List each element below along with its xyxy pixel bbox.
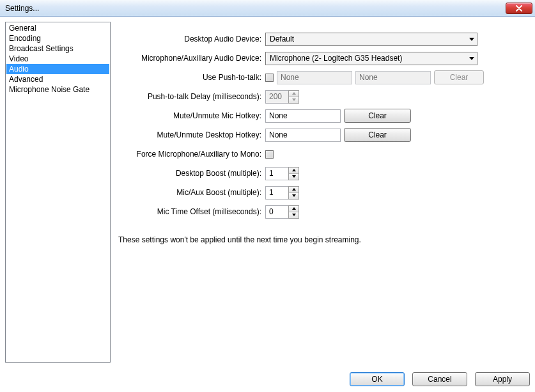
- mic-aux-device-value: Microphone (2- Logitech G35 Headset): [270, 54, 402, 63]
- dialog-footer: OK Cancel Apply: [0, 366, 535, 392]
- triangle-up-icon: [292, 92, 296, 95]
- triangle-up-icon: [292, 188, 296, 191]
- spin-up-button[interactable]: [289, 187, 299, 193]
- ok-button[interactable]: OK: [350, 372, 405, 386]
- ptt-delay-spinbox: 200: [265, 90, 299, 104]
- label-desktop-audio-device: Desktop Audio Device:: [118, 35, 265, 43]
- label-use-ptt: Use Push-to-talk:: [118, 73, 265, 82]
- desktop-boost-spinbox[interactable]: 1: [265, 167, 299, 180]
- chevron-down-icon: [469, 38, 474, 41]
- ptt-clear-button: Clear: [434, 70, 484, 84]
- spin-up-button[interactable]: [289, 206, 299, 212]
- label-ptt-delay: Push-to-talk Delay (milliseconds):: [118, 92, 265, 101]
- mute-mic-clear-button[interactable]: Clear: [344, 109, 411, 123]
- use-ptt-checkbox[interactable]: [265, 74, 274, 82]
- close-icon: [516, 5, 522, 12]
- nav-general[interactable]: General: [6, 23, 109, 33]
- spin-up-button[interactable]: [289, 168, 299, 174]
- label-desktop-boost: Desktop Boost (multiple):: [118, 169, 265, 178]
- apply-button[interactable]: Apply: [475, 372, 530, 386]
- window-title: Settings...: [5, 4, 39, 13]
- label-mute-desktop-hotkey: Mute/Unmute Desktop Hotkey:: [118, 130, 265, 139]
- label-mic-aux-device: Microphone/Auxiliary Audio Device:: [118, 54, 265, 63]
- nav-broadcast[interactable]: Broadcast Settings: [6, 43, 109, 54]
- label-mic-time-offset: Mic Time Offset (milliseconds):: [118, 207, 265, 216]
- titlebar: Settings...: [0, 0, 535, 17]
- spin-down-button[interactable]: [289, 193, 299, 199]
- label-mute-mic-hotkey: Mute/Unmute Mic Hotkey:: [118, 111, 265, 120]
- mic-aux-boost-spinbox[interactable]: 1: [265, 186, 299, 200]
- label-force-mono: Force Microphone/Auxiliary to Mono:: [118, 150, 265, 159]
- audio-settings-form: Desktop Audio Device: Default Microphone…: [118, 22, 530, 361]
- mic-time-offset-spinbox[interactable]: 0: [265, 205, 299, 219]
- nav-encoding[interactable]: Encoding: [6, 33, 109, 43]
- nav-advanced[interactable]: Advanced: [6, 74, 109, 84]
- spin-down-button[interactable]: [289, 174, 299, 180]
- spin-down-button: [289, 97, 299, 103]
- triangle-up-icon: [292, 169, 296, 171]
- chevron-down-icon: [469, 57, 474, 60]
- apply-note: These settings won't be applied until th…: [118, 235, 530, 244]
- triangle-down-icon: [292, 98, 296, 101]
- force-mono-checkbox[interactable]: [265, 150, 274, 159]
- spin-down-button[interactable]: [289, 212, 299, 218]
- desktop-audio-device-select[interactable]: Default: [265, 33, 477, 46]
- mute-mic-hotkey-input[interactable]: None: [265, 109, 341, 123]
- ptt-hotkey-2-input: None: [355, 71, 431, 84]
- triangle-down-icon: [292, 214, 296, 216]
- cancel-button[interactable]: Cancel: [412, 372, 467, 386]
- triangle-down-icon: [292, 175, 296, 178]
- ptt-hotkey-1-input: None: [277, 71, 352, 84]
- desktop-audio-device-value: Default: [270, 35, 294, 43]
- mute-desktop-hotkey-input[interactable]: None: [265, 129, 341, 142]
- nav-audio[interactable]: Audio: [6, 64, 109, 74]
- triangle-up-icon: [292, 207, 296, 210]
- category-list[interactable]: General Encoding Broadcast Settings Vide…: [5, 22, 111, 363]
- nav-video[interactable]: Video: [6, 54, 109, 64]
- mute-desktop-clear-button[interactable]: Clear: [344, 128, 411, 142]
- label-mic-aux-boost: Mic/Aux Boost (multiple):: [118, 188, 265, 197]
- spin-up-button: [289, 91, 299, 97]
- mic-aux-device-select[interactable]: Microphone (2- Logitech G35 Headset): [265, 52, 477, 65]
- triangle-down-icon: [292, 194, 296, 197]
- nav-mic-noise-gate[interactable]: Microphone Noise Gate: [6, 84, 109, 95]
- close-button[interactable]: [506, 3, 532, 14]
